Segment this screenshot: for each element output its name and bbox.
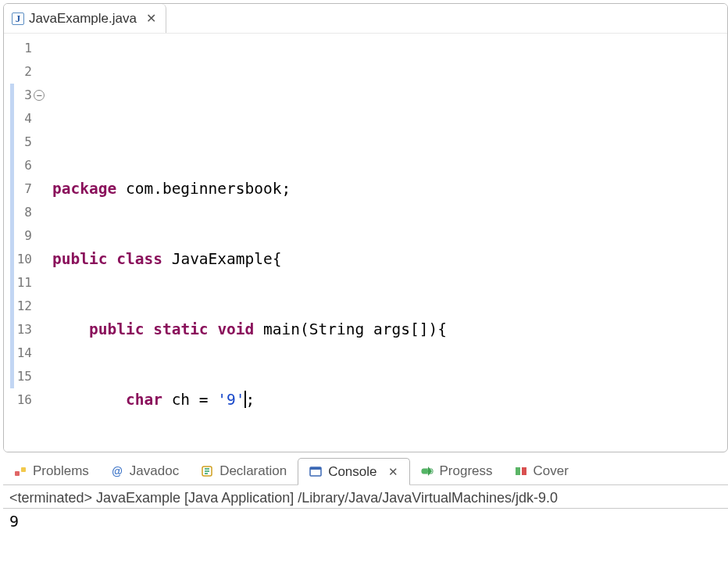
bottom-panel: Problems @ Javadoc Declaration Console ✕… — [3, 457, 728, 534]
text-cursor — [244, 391, 246, 408]
coverage-icon — [515, 465, 527, 477]
tab-problems[interactable]: Problems — [3, 457, 100, 484]
views-tab-bar: Problems @ Javadoc Declaration Console ✕… — [3, 457, 728, 485]
svg-rect-4 — [310, 467, 321, 470]
tab-filename: JavaExample.java — [29, 11, 137, 27]
change-marker — [10, 84, 14, 388]
fold-toggle-icon[interactable]: − — [34, 90, 45, 101]
editor-pane: J JavaExample.java ✕ 1 2 3 4 5 6 7 8 9 1… — [3, 3, 728, 452]
editor-tab[interactable]: J JavaExample.java ✕ — [4, 4, 166, 33]
code-editor[interactable]: 1 2 3 4 5 6 7 8 9 10 11 12 13 14 15 16 − — [4, 34, 727, 452]
svg-rect-6 — [422, 469, 428, 474]
code-text[interactable]: package com.beginnersbook; public class … — [49, 34, 727, 452]
console-icon — [309, 466, 322, 478]
declaration-icon — [201, 465, 213, 477]
svg-rect-1 — [21, 467, 26, 472]
tab-coverage[interactable]: Cover — [504, 457, 580, 484]
tab-declaration[interactable]: Declaration — [190, 457, 298, 484]
fold-gutter: − — [32, 34, 49, 452]
tab-coverage-label: Cover — [534, 463, 569, 479]
svg-rect-7 — [516, 467, 520, 475]
java-file-icon: J — [12, 13, 24, 25]
tab-console-label: Console — [328, 464, 376, 480]
close-icon[interactable]: ✕ — [384, 465, 398, 479]
problems-icon — [14, 465, 27, 477]
tab-javadoc-label: Javadoc — [130, 463, 179, 479]
tab-progress-label: Progress — [440, 463, 493, 479]
tab-problems-label: Problems — [33, 463, 89, 479]
svg-rect-8 — [522, 467, 526, 475]
tab-javadoc[interactable]: @ Javadoc — [100, 457, 190, 484]
tab-progress[interactable]: Progress — [410, 457, 504, 484]
selection-box — [223, 107, 254, 129]
progress-icon — [421, 465, 434, 477]
console-status-line: <terminated> JavaExample [Java Applicati… — [3, 485, 728, 508]
tab-declaration-label: Declaration — [219, 463, 287, 479]
javadoc-icon: @ — [111, 465, 123, 477]
tab-console[interactable]: Console ✕ — [298, 458, 409, 485]
close-icon[interactable]: ✕ — [141, 11, 156, 26]
console-output[interactable]: 9 — [3, 508, 728, 534]
svg-rect-0 — [15, 471, 20, 476]
editor-tab-bar: J JavaExample.java ✕ — [4, 4, 727, 34]
